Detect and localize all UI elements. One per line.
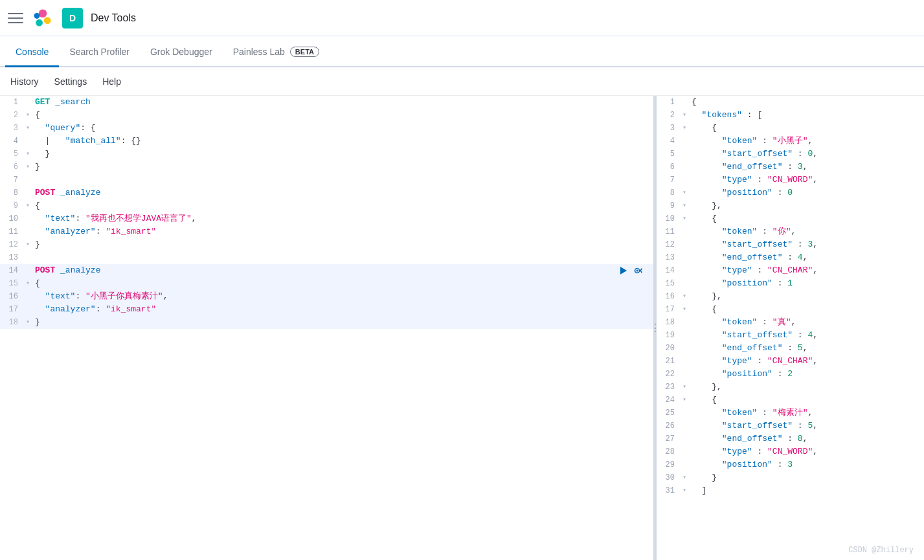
output-line: 5 "start_offset" : 0, bbox=[657, 148, 924, 161]
output-line: 19 "start_offset" : 4, bbox=[657, 329, 924, 342]
output-line: 9 ▾ }, bbox=[657, 199, 924, 212]
code-line-highlighted: 14 POST _analyze bbox=[0, 264, 653, 277]
copy-as-curl-button[interactable] bbox=[634, 265, 646, 276]
sub-toolbar: History Settings Help bbox=[0, 67, 924, 96]
code-line: 3 ▾ "query": { bbox=[0, 122, 653, 135]
output-line: 29 "position" : 3 bbox=[657, 458, 924, 471]
output-line: 14 "type" : "CN_CHAR", bbox=[657, 264, 924, 277]
output-line: 18 "token" : "真", bbox=[657, 316, 924, 329]
output-line: 8 ▾ "position" : 0 bbox=[657, 186, 924, 199]
output-line: 7 "type" : "CN_WORD", bbox=[657, 174, 924, 186]
code-line: 11 "analyzer": "ik_smart" bbox=[0, 225, 653, 238]
tab-console[interactable]: Console bbox=[5, 38, 59, 67]
output-line: 26 "start_offset" : 5, bbox=[657, 420, 924, 432]
code-line: 7 bbox=[0, 174, 653, 186]
output-line: 22 "position" : 2 bbox=[657, 368, 924, 381]
code-line: 9 ▾ { bbox=[0, 199, 653, 212]
output-line: 10 ▾ { bbox=[657, 212, 924, 225]
output-line: 21 "type" : "CN_CHAR", bbox=[657, 355, 924, 368]
output-line: 6 "end_offset" : 3, bbox=[657, 161, 924, 174]
output-line: 11 "token" : "你", bbox=[657, 225, 924, 238]
code-line: 2 ▾ { bbox=[0, 109, 653, 122]
output-line: 17 ▾ { bbox=[657, 303, 924, 316]
code-line: 12 ▾ } bbox=[0, 238, 653, 251]
tab-grok-debugger[interactable]: Grok Debugger bbox=[140, 38, 223, 67]
output-line: 2 ▾ "tokens" : [ bbox=[657, 109, 924, 122]
code-line: 8 POST _analyze bbox=[0, 186, 653, 199]
beta-badge: BETA bbox=[290, 47, 319, 57]
output-line: 28 "type" : "CN_WORD", bbox=[657, 445, 924, 458]
output-line: 30 ▾ } bbox=[657, 471, 924, 484]
svg-point-0 bbox=[39, 9, 47, 17]
code-line: 6 ▾ } bbox=[0, 161, 653, 174]
svg-point-1 bbox=[44, 17, 51, 24]
main-content: 1 GET _search 2 ▾ { 3 ▾ "query": { 4 | bbox=[0, 96, 924, 560]
code-line: 17 "analyzer": "ik_smart" bbox=[0, 303, 653, 316]
svg-point-3 bbox=[34, 12, 40, 18]
output-line: 4 "token" : "小黑子", bbox=[657, 135, 924, 148]
elastic-logo bbox=[31, 6, 54, 30]
output-line: 31 ▾ ] bbox=[657, 484, 924, 497]
code-line: 15 ▾ { bbox=[0, 277, 653, 290]
code-line: 4 | "match_all": {} bbox=[0, 135, 653, 148]
output-line: 16 ▾ }, bbox=[657, 290, 924, 303]
output-line: 25 "token" : "梅素汁", bbox=[657, 407, 924, 420]
tab-painless-lab[interactable]: Painless Lab BETA bbox=[223, 38, 330, 67]
history-button[interactable]: History bbox=[10, 76, 39, 87]
editor-pane: 1 GET _search 2 ▾ { 3 ▾ "query": { 4 | bbox=[0, 96, 654, 560]
code-line: 13 bbox=[0, 251, 653, 264]
settings-button[interactable]: Settings bbox=[54, 76, 87, 87]
nav-tabs: Console Search Profiler Grok Debugger Pa… bbox=[0, 36, 924, 67]
output-line: 15 "position" : 1 bbox=[657, 277, 924, 290]
svg-marker-4 bbox=[620, 267, 627, 274]
top-bar: D Dev Tools bbox=[0, 0, 924, 36]
output-line: 27 "end_offset" : 8, bbox=[657, 432, 924, 445]
output-line: 1 { bbox=[657, 96, 924, 109]
output-pane: 1 { 2 ▾ "tokens" : [ 3 ▾ { 4 "token" : "… bbox=[657, 96, 924, 560]
tab-search-profiler[interactable]: Search Profiler bbox=[59, 38, 140, 67]
code-line: 18 ▾ } bbox=[0, 316, 653, 329]
code-line: 5 ▾ } bbox=[0, 148, 653, 161]
output-line: 3 ▾ { bbox=[657, 122, 924, 135]
output-line: 24 ▾ { bbox=[657, 394, 924, 407]
user-avatar[interactable]: D bbox=[62, 8, 83, 28]
code-line: 16 "text": "小黑子你真梅素汁", bbox=[0, 290, 653, 303]
code-line: 10 "text": "我再也不想学JAVA语言了", bbox=[0, 212, 653, 225]
menu-icon[interactable] bbox=[8, 10, 23, 26]
watermark: CSDN @Zhillery bbox=[848, 546, 914, 555]
svg-point-2 bbox=[36, 19, 43, 26]
code-line: 1 GET _search bbox=[0, 96, 653, 109]
app-title: Dev Tools bbox=[91, 12, 136, 24]
help-button[interactable]: Help bbox=[102, 76, 121, 87]
code-area[interactable]: 1 GET _search 2 ▾ { 3 ▾ "query": { 4 | bbox=[0, 96, 653, 560]
line-actions bbox=[618, 264, 646, 277]
output-line: 12 "start_offset" : 3, bbox=[657, 238, 924, 251]
output-line: 13 "end_offset" : 4, bbox=[657, 251, 924, 264]
run-button[interactable] bbox=[618, 265, 629, 276]
output-line: 23 ▾ }, bbox=[657, 381, 924, 394]
output-line: 20 "end_offset" : 5, bbox=[657, 342, 924, 355]
svg-point-6 bbox=[637, 270, 638, 272]
